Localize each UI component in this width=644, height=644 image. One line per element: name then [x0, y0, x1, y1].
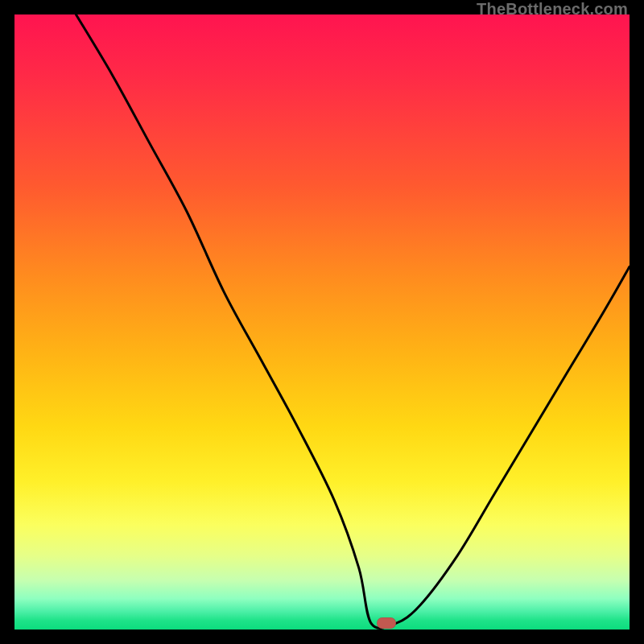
watermark-text: TheBottleneck.com — [477, 0, 628, 19]
optimum-marker — [377, 617, 396, 629]
chart-frame: TheBottleneck.com — [0, 0, 644, 644]
plot-area — [14, 14, 630, 630]
